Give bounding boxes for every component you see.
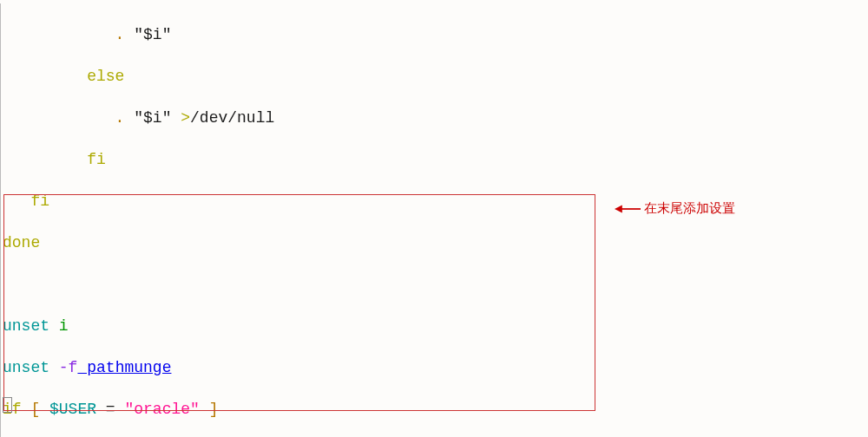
code-text: pathmunge (77, 359, 171, 376)
code-text: . (3, 26, 134, 43)
code-line: else (3, 66, 868, 87)
code-text: unset (3, 359, 49, 376)
code-text: "oracle" (124, 401, 199, 418)
code-text: "$i" (134, 26, 171, 43)
code-text: unset (3, 317, 49, 335)
code-text: fi (3, 151, 106, 168)
code-line: . "$i" >/dev/null (3, 108, 868, 128)
annotation-text: 在末尾添加设置 (644, 200, 735, 217)
code-line: fi (3, 191, 868, 212)
code-line: unset i (3, 316, 868, 336)
annotation: 在末尾添加设置 (615, 200, 735, 217)
code-line: . "$i" (3, 24, 868, 45)
code-text: fi (3, 192, 49, 210)
code-line: unset -f pathmunge (3, 357, 868, 378)
code-text: > (171, 109, 190, 127)
code-line: done (3, 232, 868, 253)
code-text: . (3, 109, 134, 127)
code-text: $USER (40, 401, 96, 418)
code-text: if (3, 401, 22, 418)
code-text: ] (200, 401, 219, 418)
code-text: i (49, 317, 69, 335)
code-block: . "$i" else . "$i" >/dev/null fi fi done… (0, 3, 868, 437)
code-line: if [ $USER = "oracle" ] (3, 399, 868, 420)
code-text: else (3, 68, 124, 85)
svg-marker-1 (615, 205, 622, 212)
code-text: [ (22, 401, 41, 418)
code-text (3, 276, 12, 293)
code-line (3, 274, 868, 295)
code-text: = (96, 401, 124, 418)
arrow-left-icon (615, 203, 641, 215)
code-text: /dev/null (190, 109, 274, 127)
code-line: fi (3, 149, 868, 170)
code-text: done (3, 234, 40, 251)
code-text: -f (49, 359, 77, 376)
code-text: "$i" (134, 109, 171, 127)
